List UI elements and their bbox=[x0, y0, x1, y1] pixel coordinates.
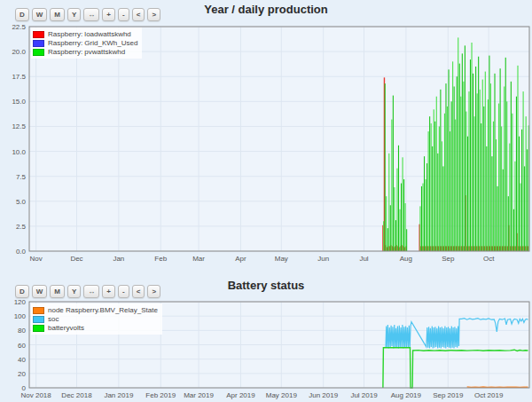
svg-text:Jul 2019: Jul 2019 bbox=[350, 391, 378, 399]
range-week-button[interactable]: W bbox=[32, 8, 48, 21]
pan-left-button[interactable]: < bbox=[132, 8, 145, 21]
range-week-button[interactable]: W bbox=[32, 285, 48, 298]
svg-text:Jan: Jan bbox=[113, 255, 124, 263]
svg-text:Mar: Mar bbox=[192, 255, 205, 263]
legend-swatch bbox=[33, 325, 44, 332]
range-day-button[interactable]: D bbox=[15, 8, 29, 21]
legend-item: node Raspberry.BMV_Relay_State bbox=[33, 306, 158, 314]
battery-chart-legend: node Raspberry.BMV_Relay_Statesocbattery… bbox=[31, 303, 162, 335]
legend-item: Raspberry: loadwattskwhd bbox=[33, 30, 137, 38]
svg-text:17.5: 17.5 bbox=[12, 73, 26, 81]
svg-text:May: May bbox=[275, 255, 288, 263]
legend-swatch bbox=[33, 31, 44, 38]
pan-left-button[interactable]: < bbox=[132, 285, 145, 298]
svg-text:Dec 2018: Dec 2018 bbox=[61, 391, 92, 399]
range-year-button[interactable]: Y bbox=[67, 8, 81, 21]
svg-text:0: 0 bbox=[22, 384, 27, 392]
svg-text:60: 60 bbox=[18, 342, 26, 350]
legend-swatch bbox=[33, 40, 44, 47]
svg-text:Oct 2019: Oct 2019 bbox=[474, 391, 504, 399]
legend-swatch bbox=[33, 316, 44, 323]
legend-swatch bbox=[33, 307, 44, 314]
zoom-in-button[interactable]: + bbox=[102, 8, 115, 21]
svg-text:7.5: 7.5 bbox=[16, 173, 27, 181]
svg-text:Jan 2019: Jan 2019 bbox=[104, 391, 133, 399]
legend-item: Raspberry: pvwattskwhd bbox=[33, 48, 137, 56]
svg-text:Nov 2018: Nov 2018 bbox=[21, 391, 52, 399]
legend-label: batteryvolts bbox=[48, 324, 84, 332]
svg-text:Nov: Nov bbox=[30, 255, 43, 263]
svg-text:May 2019: May 2019 bbox=[266, 391, 298, 399]
legend-item: batteryvolts bbox=[33, 324, 158, 332]
range-year-button[interactable]: Y bbox=[67, 285, 81, 298]
svg-text:0.0: 0.0 bbox=[16, 248, 27, 256]
charts-canvas: 0.02.55.07.510.012.515.017.520.022.5NovD… bbox=[0, 0, 532, 402]
zoom-out-button[interactable]: - bbox=[118, 8, 129, 21]
svg-text:Dec: Dec bbox=[70, 255, 82, 263]
svg-text:100: 100 bbox=[14, 312, 27, 320]
legend-label: Raspberry: pvwattskwhd bbox=[48, 48, 125, 56]
production-chart-toolbar: D W M Y ↔ + - < > bbox=[15, 8, 160, 21]
legend-item: Raspberry: Grid_KWh_Used bbox=[33, 39, 137, 47]
svg-text:20.0: 20.0 bbox=[12, 48, 26, 56]
pan-right-button[interactable]: > bbox=[147, 8, 160, 21]
svg-text:10.0: 10.0 bbox=[12, 148, 26, 156]
svg-text:40: 40 bbox=[18, 356, 26, 364]
range-month-button[interactable]: M bbox=[50, 8, 65, 21]
svg-text:Jun: Jun bbox=[317, 255, 329, 263]
zoom-in-button[interactable]: + bbox=[102, 285, 115, 298]
svg-text:Sep 2019: Sep 2019 bbox=[433, 391, 464, 399]
range-day-button[interactable]: D bbox=[15, 285, 29, 298]
zoom-out-button[interactable]: - bbox=[118, 285, 129, 298]
svg-text:Sep: Sep bbox=[442, 255, 455, 263]
svg-text:2.5: 2.5 bbox=[16, 223, 27, 231]
svg-text:Aug 2019: Aug 2019 bbox=[391, 391, 422, 399]
legend-label: Raspberry: loadwattskwhd bbox=[48, 30, 131, 38]
legend-label: Raspberry: Grid_KWh_Used bbox=[48, 39, 137, 47]
svg-text:80: 80 bbox=[18, 327, 26, 335]
svg-text:120: 120 bbox=[14, 298, 27, 306]
fit-range-button[interactable]: ↔ bbox=[83, 8, 99, 21]
svg-text:Aug: Aug bbox=[400, 255, 412, 263]
battery-chart-toolbar: D W M Y ↔ + - < > bbox=[15, 285, 160, 298]
range-month-button[interactable]: M bbox=[50, 285, 65, 298]
svg-text:Jul: Jul bbox=[359, 255, 368, 263]
svg-text:Feb: Feb bbox=[154, 255, 167, 263]
production-chart-legend: Raspberry: loadwattskwhdRaspberry: Grid_… bbox=[31, 28, 142, 59]
legend-label: soc bbox=[48, 315, 59, 323]
svg-text:22.5: 22.5 bbox=[12, 23, 26, 31]
legend-item: soc bbox=[33, 315, 158, 323]
svg-text:Apr 2019: Apr 2019 bbox=[226, 391, 255, 399]
svg-text:Oct: Oct bbox=[483, 255, 495, 263]
svg-text:20: 20 bbox=[18, 370, 26, 378]
fit-range-button[interactable]: ↔ bbox=[83, 285, 99, 298]
production-chart: 0.02.55.07.510.012.515.017.520.022.5NovD… bbox=[12, 23, 529, 263]
svg-text:5.0: 5.0 bbox=[16, 198, 27, 206]
svg-text:Jun 2019: Jun 2019 bbox=[309, 391, 338, 399]
pan-right-button[interactable]: > bbox=[147, 285, 160, 298]
svg-text:Mar 2019: Mar 2019 bbox=[184, 391, 214, 399]
svg-text:12.5: 12.5 bbox=[12, 122, 26, 130]
legend-swatch bbox=[33, 49, 44, 56]
svg-text:Apr: Apr bbox=[235, 255, 246, 263]
legend-label: node Raspberry.BMV_Relay_State bbox=[48, 306, 158, 314]
svg-text:Feb 2019: Feb 2019 bbox=[145, 391, 176, 399]
svg-text:15.0: 15.0 bbox=[12, 98, 26, 106]
